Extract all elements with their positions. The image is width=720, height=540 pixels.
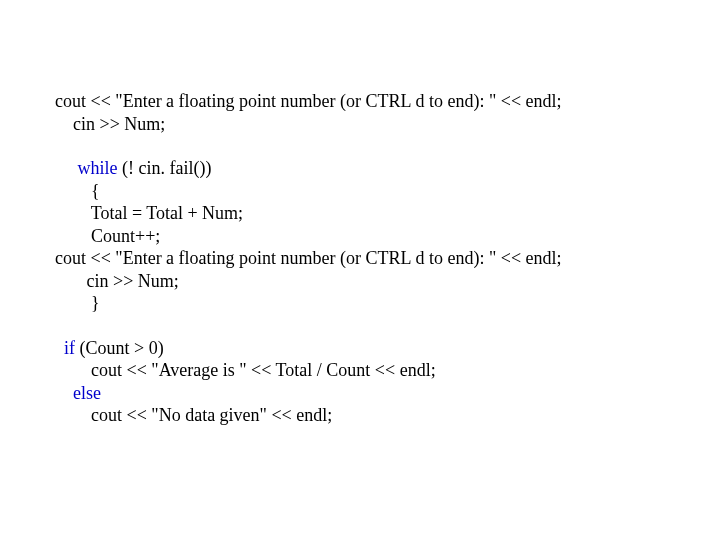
code-line: cin >> Num;: [55, 270, 720, 293]
code-line: cin >> Num;: [55, 113, 720, 136]
code-line: Total = Total + Num;: [55, 202, 720, 225]
keyword-else: else: [73, 383, 101, 403]
code-line: while (! cin. fail()): [55, 157, 720, 180]
code-line: cout << "No data given" << endl;: [55, 404, 720, 427]
code-block: cout << "Enter a floating point number (…: [0, 0, 720, 427]
keyword-if: if: [64, 338, 75, 358]
code-line: {: [55, 180, 720, 203]
keyword-while: while: [78, 158, 118, 178]
code-line: Count++;: [55, 225, 720, 248]
code-line: if (Count > 0): [55, 337, 720, 360]
code-line: cout << "Average is " << Total / Count <…: [55, 359, 720, 382]
code-line: cout << "Enter a floating point number (…: [55, 90, 720, 113]
code-line: }: [55, 292, 720, 315]
code-line: else: [55, 382, 720, 405]
code-line: cout << "Enter a floating point number (…: [55, 247, 720, 270]
